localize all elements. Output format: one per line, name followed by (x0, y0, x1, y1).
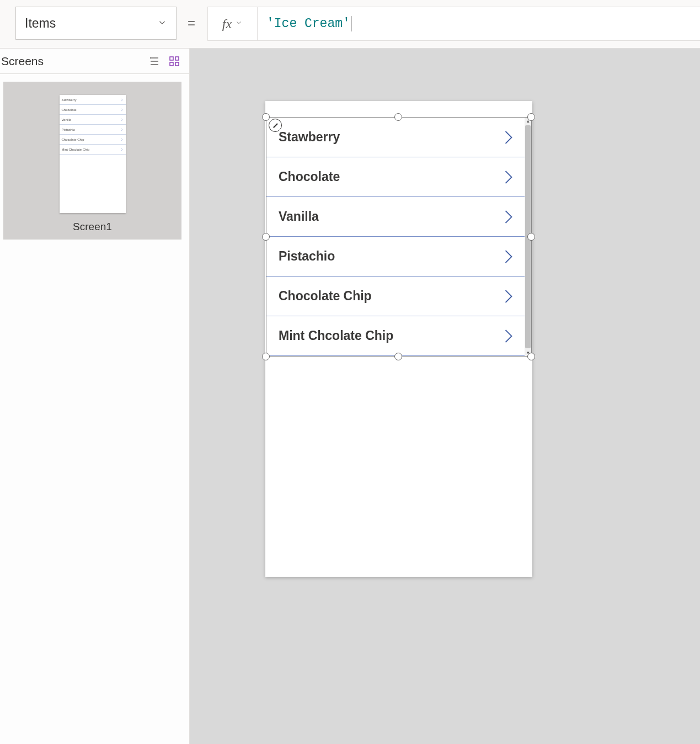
thumbnail-item-label: Chocolate Chip (62, 138, 84, 141)
chevron-right-icon[interactable] (503, 248, 515, 265)
thumbnail-item-label: Mint Chcolate Chip (62, 148, 90, 151)
thumbnail-gallery-item: Stawberry (60, 95, 126, 105)
screens-panel: Screens StawberryChocolateVanillaPistach… (0, 49, 190, 744)
screen-thumbnail-card[interactable]: StawberryChocolateVanillaPistachioChocol… (3, 82, 181, 240)
screens-panel-title: Screens (0, 55, 143, 68)
text-caret (351, 16, 351, 31)
gallery-item-label: Chocolate (279, 169, 340, 184)
chevron-right-icon[interactable] (503, 328, 515, 344)
gallery-item-label: Chocolate Chip (279, 289, 372, 304)
screen-thumbnail: StawberryChocolateVanillaPistachioChocol… (60, 95, 126, 213)
chevron-right-icon[interactable] (503, 169, 515, 185)
chevron-right-icon (120, 108, 124, 111)
resize-handle-se[interactable] (527, 353, 535, 360)
thumbnail-gallery-item: Pistachio (60, 125, 126, 135)
resize-handle-ne[interactable] (527, 113, 535, 121)
formula-bar: Items = fx 'Ice Cream' (0, 0, 700, 49)
thumbnail-item-label: Stawberry (62, 98, 77, 102)
chevron-right-icon (120, 118, 124, 121)
chevron-right-icon (120, 138, 124, 141)
property-selector[interactable]: Items (15, 7, 177, 40)
thumbnail-gallery-item: Chocolate (60, 105, 126, 115)
chevron-down-icon (235, 19, 243, 29)
chevron-right-icon[interactable] (503, 288, 515, 305)
chevron-right-icon (120, 128, 124, 131)
screen-thumbnail-label: Screen1 (30, 221, 155, 233)
gallery-item-label: Mint Chcolate Chip (279, 328, 393, 343)
thumbnail-gallery-item: Vanilla (60, 115, 126, 125)
gallery-item[interactable]: Pistachio (266, 237, 525, 277)
gallery-item[interactable]: Stawberry (266, 118, 525, 157)
gallery-item[interactable]: Chocolate Chip (266, 277, 525, 316)
gallery-item-label: Stawberry (279, 130, 340, 145)
gallery-item[interactable]: Chocolate (266, 157, 525, 197)
property-selector-value: Items (25, 16, 56, 31)
tree-view-button[interactable] (146, 53, 163, 70)
edit-gallery-button[interactable] (269, 119, 282, 132)
gallery-control[interactable]: StawberryChocolateVanillaPistachioChocol… (266, 117, 532, 357)
app-screen-canvas[interactable]: StawberryChocolateVanillaPistachioChocol… (265, 101, 532, 577)
formula-input[interactable]: 'Ice Cream' (257, 7, 700, 41)
svg-rect-0 (170, 57, 173, 60)
resize-handle-sw[interactable] (262, 353, 270, 360)
thumbnail-view-button[interactable] (166, 53, 183, 70)
svg-rect-2 (170, 62, 173, 66)
chevron-right-icon (120, 98, 124, 102)
svg-rect-3 (175, 62, 179, 66)
thumbnail-item-label: Pistachio (62, 128, 75, 131)
chevron-down-icon (157, 16, 167, 31)
gallery-item[interactable]: Mint Chcolate Chip (266, 316, 525, 356)
svg-rect-1 (175, 57, 179, 60)
resize-handle-nw[interactable] (262, 113, 270, 121)
equals-sign: = (188, 15, 195, 31)
resize-handle-e[interactable] (527, 233, 535, 241)
chevron-right-icon[interactable] (503, 129, 515, 146)
chevron-right-icon (120, 148, 124, 151)
fx-expand-button[interactable]: fx (207, 7, 257, 41)
fx-icon: fx (222, 17, 232, 31)
formula-text: 'Ice Cream' (266, 17, 350, 31)
gallery-item[interactable]: Vanilla (266, 197, 525, 237)
thumbnail-item-label: Vanilla (62, 118, 72, 121)
chevron-right-icon[interactable] (503, 209, 515, 225)
gallery-item-label: Vanilla (279, 209, 319, 224)
gallery-item-label: Pistachio (279, 249, 335, 264)
canvas-area[interactable]: StawberryChocolateVanillaPistachioChocol… (190, 49, 700, 744)
thumbnail-gallery-item: Chocolate Chip (60, 135, 126, 145)
resize-handle-w[interactable] (262, 233, 270, 241)
thumbnail-item-label: Chocolate (62, 108, 77, 111)
resize-handle-s[interactable] (394, 353, 402, 360)
screens-panel-header: Screens (0, 49, 189, 74)
thumbnail-gallery-item: Mint Chcolate Chip (60, 145, 126, 155)
resize-handle-n[interactable] (394, 113, 402, 121)
